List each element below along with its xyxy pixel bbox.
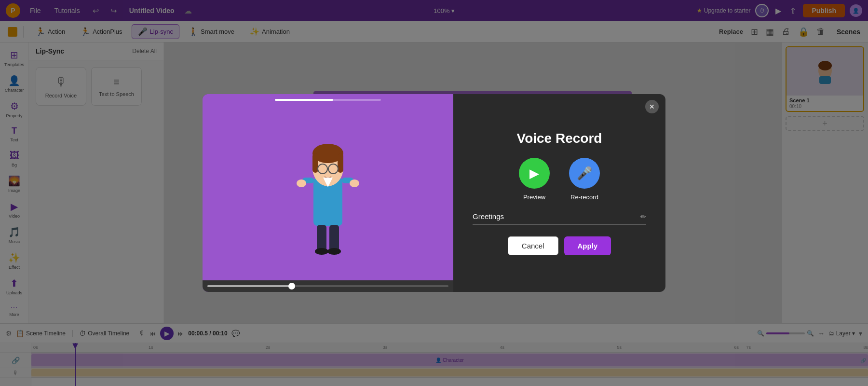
svg-point-31 — [297, 179, 306, 187]
preview-action-button[interactable]: ▶ Preview — [519, 158, 550, 201]
svg-rect-33 — [317, 225, 326, 251]
cancel-button[interactable]: Cancel — [508, 236, 558, 255]
modal-video-preview — [203, 94, 453, 280]
preview-play-icon: ▶ — [519, 158, 550, 189]
modal-video-slider[interactable] — [203, 280, 453, 292]
svg-point-35 — [315, 248, 328, 255]
rerecord-action-button[interactable]: 🎤 Re-record — [569, 158, 600, 201]
rerecord-mic-icon: 🎤 — [569, 158, 600, 189]
voice-record-modal: ✕ — [203, 94, 665, 292]
modal-title: Voice Record — [517, 131, 602, 146]
modal-text-input[interactable] — [473, 212, 637, 221]
modal-video-left — [203, 94, 453, 292]
modal-close-button[interactable]: ✕ — [645, 100, 659, 113]
svg-rect-34 — [329, 225, 339, 251]
edit-icon[interactable]: ✏ — [640, 213, 646, 221]
modal-text-row: ✏ — [473, 212, 646, 225]
rerecord-label: Re-record — [570, 193, 598, 201]
modal-controls: Voice Record ▶ Preview 🎤 Re-record ✏ Can… — [453, 94, 665, 292]
apply-button[interactable]: Apply — [564, 236, 611, 255]
modal-overlay: ✕ — [0, 0, 868, 386]
svg-point-32 — [350, 179, 359, 187]
preview-label: Preview — [523, 193, 545, 201]
modal-progress-bar — [275, 99, 381, 101]
svg-point-36 — [327, 248, 341, 255]
